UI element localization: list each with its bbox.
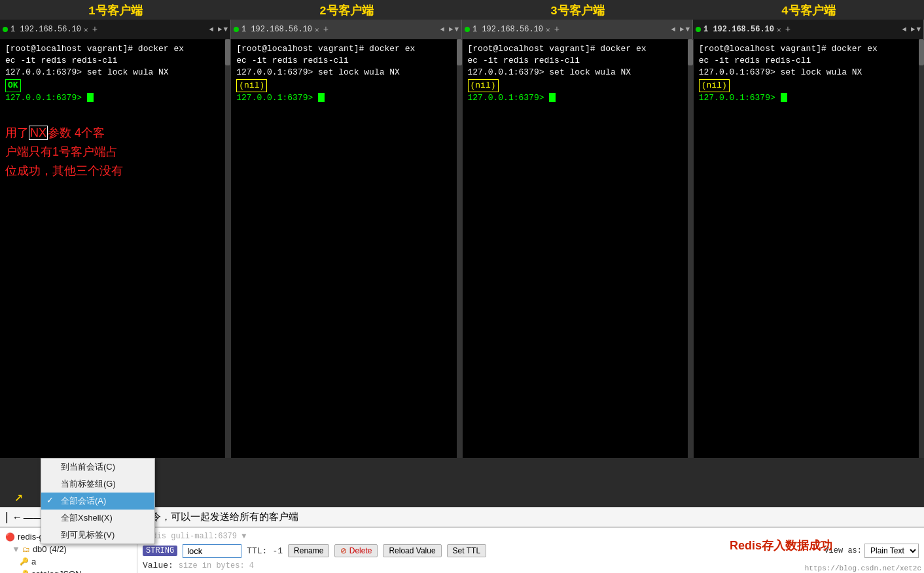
delete-button[interactable]: Delete bbox=[334, 544, 378, 557]
check-icon: ✓ bbox=[46, 495, 54, 505]
tab-4[interactable]: 1 192.168.56.10 ✕ + ◄ ► ▼ bbox=[693, 20, 924, 39]
tab-dropdown-3[interactable]: ▼ bbox=[685, 26, 690, 33]
tab-dropdown-2[interactable]: ▼ bbox=[454, 26, 459, 33]
tab-title-4: 1 192.168.56.10 bbox=[703, 25, 774, 34]
client4-label: 4号客户端 bbox=[693, 3, 924, 18]
url-hint: https://blog.csdn.net/xet2c bbox=[802, 564, 924, 573]
tab-close-2[interactable]: ✕ bbox=[315, 26, 319, 34]
tab-close-4[interactable]: ✕ bbox=[777, 26, 781, 34]
t4-nil-badge: (nil) bbox=[699, 79, 730, 92]
tab-plus-2[interactable]: + bbox=[323, 24, 329, 35]
t3-line1: [root@localhost vagrant]# docker ex bbox=[468, 43, 688, 55]
rename-button[interactable]: Rename bbox=[288, 544, 329, 557]
annotation-post1: 参数 4个客 bbox=[48, 126, 105, 139]
t3-scrollbar[interactable] bbox=[688, 39, 693, 458]
tab-1[interactable]: 1 192.168.56.10 ✕ + ◄ ► ▼ bbox=[0, 20, 231, 39]
t2-line3: 127.0.0.1:6379> set lock wula NX bbox=[236, 67, 456, 78]
top-labels: 1号客户端 2号客户端 3号客户端 4号客户端 bbox=[0, 0, 924, 20]
terminal-1[interactable]: [root@localhost vagrant]# docker ex ec -… bbox=[0, 39, 231, 458]
menu-item-current-group[interactable]: 当前标签组(G) bbox=[41, 476, 154, 493]
t4-prompt: 127.0.0.1:6379> bbox=[699, 92, 919, 104]
annotation-nx: NX bbox=[29, 126, 48, 140]
tab-arrows-4[interactable]: ◄ ► bbox=[902, 26, 915, 33]
tab-plus-4[interactable]: + bbox=[785, 24, 791, 35]
ttl-value: -1 bbox=[272, 546, 283, 556]
tree-item-a[interactable]: 🔑 a bbox=[3, 555, 134, 568]
terminal-3[interactable]: [root@localhost vagrant]# docker ex ec -… bbox=[463, 39, 694, 458]
menu-item-visible-tabs[interactable]: 到可见标签(V) bbox=[41, 527, 154, 544]
t2-line2: ec -it redis redis-cli bbox=[236, 55, 456, 67]
menu-label-2: 当前标签组(G) bbox=[61, 479, 116, 489]
status-dot-2 bbox=[234, 27, 239, 32]
tab-arrows-3[interactable]: ◄ ► bbox=[671, 26, 684, 33]
tab-plus-1[interactable]: + bbox=[92, 24, 98, 35]
tab-title-1: 1 192.168.56.10 bbox=[10, 25, 81, 34]
arrow-separator: ← bbox=[12, 512, 22, 523]
url-text: https://blog.csdn.net/xet2c bbox=[805, 564, 921, 572]
tab-dropdown-1[interactable]: ▼ bbox=[223, 26, 228, 33]
tabs-row: 1 192.168.56.10 ✕ + ◄ ► ▼ 1 192.168.56.1… bbox=[0, 20, 924, 39]
status-dot-4 bbox=[696, 27, 701, 32]
tab-title-2: 1 192.168.56.10 bbox=[241, 25, 312, 34]
tab-2[interactable]: 1 192.168.56.10 ✕ + ◄ ► ▼ bbox=[231, 20, 462, 39]
t4-cursor bbox=[781, 93, 787, 102]
t2-scrollbar[interactable] bbox=[457, 39, 462, 458]
t3-cursor bbox=[549, 93, 556, 102]
set-ttl-button[interactable]: Set TTL bbox=[447, 544, 486, 557]
client2-label: 2号客户端 bbox=[231, 3, 462, 18]
menu-item-all-sessions[interactable]: ✓ 全部会话(A) bbox=[41, 493, 154, 510]
tab-3[interactable]: 1 192.168.56.10 ✕ + ◄ ► ▼ bbox=[462, 20, 693, 39]
t1-scrollbar[interactable] bbox=[225, 39, 230, 458]
t3-result: (nil) bbox=[468, 79, 688, 92]
key-input[interactable] bbox=[183, 544, 241, 558]
tree-key-catalog: catalogJSON bbox=[31, 569, 82, 573]
tab-plus-3[interactable]: + bbox=[554, 24, 560, 35]
tab-close-3[interactable]: ✕ bbox=[546, 26, 550, 34]
status-dot-1 bbox=[3, 27, 8, 32]
t1-cursor bbox=[87, 93, 94, 102]
key-icon-catalog: 🔑 bbox=[20, 570, 29, 573]
tree-db-label: db0 (4/2) bbox=[33, 544, 67, 554]
t4-scrollbar[interactable] bbox=[919, 39, 924, 458]
tree-db[interactable]: ▼ 🗂 db0 (4/2) bbox=[3, 543, 134, 555]
terminal-2[interactable]: [root@localhost vagrant]# docker ex ec -… bbox=[231, 39, 462, 458]
type-badge: STRING bbox=[143, 546, 177, 556]
ttl-label: TTL: bbox=[247, 546, 267, 556]
t1-result: OK bbox=[5, 79, 225, 92]
t1-ok-badge: OK bbox=[5, 79, 21, 92]
t3-line2: ec -it redis redis-cli bbox=[468, 55, 688, 67]
tab-arrows-1[interactable]: ◄ ► bbox=[209, 26, 222, 33]
terminals-row: [root@localhost vagrant]# docker ex ec -… bbox=[0, 39, 924, 458]
t1-line1: [root@localhost vagrant]# docker ex bbox=[5, 43, 225, 55]
tab-title-3: 1 192.168.56.10 bbox=[472, 25, 543, 34]
annotation-line2: 户端只有1号客户端占 bbox=[5, 145, 118, 158]
redis-success-container: Redis存入数据成功 bbox=[730, 538, 832, 553]
menu-item-current-session[interactable]: 到当前会话(C) bbox=[41, 459, 154, 476]
reload-button[interactable]: Reload Value bbox=[383, 544, 441, 557]
annotation-line3: 位成功，其他三个没有 bbox=[5, 164, 123, 177]
context-menu: 到当前会话(C) 当前标签组(G) ✓ 全部会话(A) 全部Xshell(X) … bbox=[41, 458, 155, 544]
t2-line1: [root@localhost vagrant]# docker ex bbox=[236, 43, 456, 55]
t3-nil-badge: (nil) bbox=[468, 79, 499, 92]
terminal-4[interactable]: [root@localhost vagrant]# docker ex ec -… bbox=[694, 39, 924, 458]
tab-close-1[interactable]: ✕ bbox=[84, 26, 88, 34]
view-as-select[interactable]: Plain Text bbox=[864, 544, 919, 558]
yellow-arrow: ↗ bbox=[14, 488, 23, 506]
menu-item-all-xshell[interactable]: 全部Xshell(X) bbox=[41, 510, 154, 527]
t3-prompt: 127.0.0.1:6379> bbox=[468, 92, 688, 104]
t1-line3: 127.0.0.1:6379> set lock wula NX bbox=[5, 67, 225, 78]
client1-label: 1号客户端 bbox=[0, 3, 231, 18]
t4-line3: 127.0.0.1:6379> set lock wula NX bbox=[699, 67, 919, 78]
annotation-pre: 用了 bbox=[5, 126, 29, 139]
tree-item-catalogjson[interactable]: 🔑 catalogJSON bbox=[3, 568, 134, 573]
client3-label: 3号客户端 bbox=[462, 3, 693, 18]
tab-dropdown-4[interactable]: ▼ bbox=[916, 26, 921, 33]
menu-label-3: 全部会话(A) bbox=[61, 496, 106, 506]
t4-line1: [root@localhost vagrant]# docker ex bbox=[699, 43, 919, 55]
t2-cursor bbox=[318, 93, 325, 102]
tab-arrows-2[interactable]: ◄ ► bbox=[440, 26, 453, 33]
t1-annotation: 用了NX参数 4个客 户端只有1号客户端占 位成功，其他三个没有 bbox=[5, 124, 225, 180]
bottom-area: 到当前会话(C) 当前标签组(G) ✓ 全部会话(A) 全部Xshell(X) … bbox=[0, 458, 924, 527]
t2-nil-badge: (nil) bbox=[236, 79, 267, 92]
t4-result: (nil) bbox=[699, 79, 919, 92]
